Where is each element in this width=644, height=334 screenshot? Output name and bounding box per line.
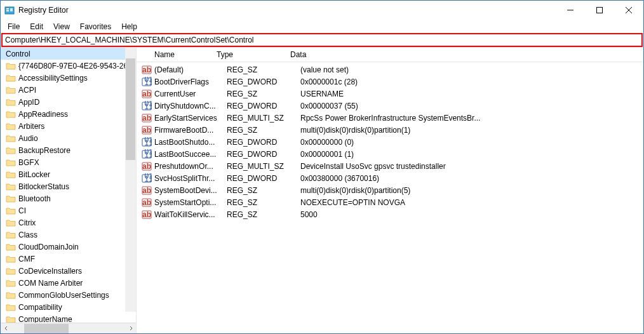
tree-item[interactable]: CI — [1, 204, 136, 217]
value-row[interactable]: CurrentUserREG_SZUSERNAME — [137, 88, 643, 100]
tree-item[interactable]: Bluetooth — [1, 192, 136, 204]
tree-item[interactable]: CloudDomainJoin — [1, 241, 136, 253]
value-data: multi(0)disk(0)rdisk(0)partition(5) — [297, 186, 643, 195]
folder-icon — [6, 170, 16, 179]
scrollbar-thumb[interactable] — [24, 324, 69, 333]
tree-item[interactable]: CommonGlobUserSettings — [1, 289, 136, 301]
tree-item[interactable]: BackupRestore — [1, 144, 136, 156]
registry-editor-window: Registry Editor File Edit View Favorites… — [0, 0, 644, 334]
tree-item[interactable]: {7746D80F-97E0-4E26-9543-26B41 — [1, 60, 136, 72]
menu-file[interactable]: File — [3, 21, 24, 32]
tree-label: Class — [18, 230, 37, 239]
tree-item[interactable]: Audio — [1, 132, 136, 144]
value-row[interactable]: SystemBootDevi...REG_SZmulti(0)disk(0)rd… — [137, 184, 643, 196]
value-type: REG_SZ — [223, 186, 297, 195]
folder-icon — [6, 243, 16, 251]
menu-edit[interactable]: Edit — [25, 21, 48, 32]
folder-icon — [6, 134, 16, 143]
tree-item[interactable]: AppID — [1, 96, 136, 108]
value-row[interactable]: WaitToKillServic...REG_SZ5000 — [137, 208, 643, 220]
address-bar[interactable]: Computer\HKEY_LOCAL_MACHINE\SYSTEM\Curre… — [1, 33, 643, 47]
tree-item[interactable]: BGFX — [1, 156, 136, 168]
folder-icon — [6, 291, 16, 300]
minimize-button[interactable] — [556, 1, 585, 20]
value-type: REG_DWORD — [223, 77, 297, 86]
tree-item[interactable]: BitLocker — [1, 168, 136, 180]
tree-item[interactable]: Arbiters — [1, 120, 136, 132]
string-value-icon — [142, 210, 152, 220]
menu-help[interactable]: Help — [117, 21, 142, 32]
value-row[interactable]: PreshutdownOr...REG_MULTI_SZDeviceInstal… — [137, 160, 643, 172]
tree-item[interactable]: AppReadiness — [1, 108, 136, 120]
value-row[interactable]: SystemStartOpti...REG_SZ NOEXECUTE=OPTIN… — [137, 196, 643, 208]
tree-item[interactable]: Citrix — [1, 217, 136, 229]
value-row[interactable]: DirtyShutdownC...REG_DWORD0x00000037 (55… — [137, 100, 643, 112]
scrollbar-thumb[interactable] — [126, 58, 135, 160]
value-type: REG_DWORD — [223, 150, 297, 159]
value-type: REG_SZ — [223, 210, 297, 219]
folder-icon — [6, 110, 16, 119]
value-name: PreshutdownOr... — [154, 162, 223, 171]
folder-icon — [6, 74, 16, 83]
value-data: 0x00000000 (0) — [297, 138, 643, 147]
value-row[interactable]: EarlyStartServicesREG_MULTI_SZRpcSs Powe… — [137, 112, 643, 124]
tree-label: ComputerName — [18, 315, 72, 323]
string-value-icon — [142, 197, 152, 208]
close-icon — [626, 7, 632, 13]
tree-label: Control — [6, 50, 30, 58]
tree-horizontal-scrollbar[interactable] — [1, 323, 136, 333]
value-data: 0x00000001 (1) — [297, 150, 643, 159]
value-row[interactable]: LastBootSuccee...REG_DWORD0x00000001 (1) — [137, 148, 643, 160]
value-data: 0x0000001c (28) — [297, 77, 643, 86]
minimize-icon — [567, 7, 574, 13]
value-row[interactable]: (Default)REG_SZ(value not set) — [137, 63, 643, 76]
value-type: REG_DWORD — [223, 138, 297, 147]
tree-label: CommonGlobUserSettings — [18, 291, 109, 300]
tree-item[interactable]: COM Name Arbiter — [1, 277, 136, 289]
tree-label: CI — [18, 206, 26, 215]
folder-icon — [6, 86, 16, 95]
value-row[interactable]: FirmwareBootD...REG_SZmulti(0)disk(0)rdi… — [137, 124, 643, 136]
value-row[interactable]: LastBootShutdo...REG_DWORD0x00000000 (0) — [137, 136, 643, 148]
value-name: (Default) — [154, 65, 223, 74]
folder-icon — [6, 98, 16, 107]
value-name: LastBootSuccee... — [154, 150, 223, 159]
string-value-icon — [142, 65, 152, 75]
scroll-right-icon[interactable] — [125, 323, 136, 334]
tree-item[interactable]: Compatibility — [1, 301, 136, 313]
tree-vertical-scrollbar[interactable] — [125, 48, 136, 312]
menu-view[interactable]: View — [49, 21, 74, 32]
menu-favorites[interactable]: Favorites — [76, 21, 116, 32]
tree-pane: Control {7746D80F-97E0-4E26-9543-26B41Ac… — [1, 48, 137, 333]
tree-item[interactable]: ComputerName — [1, 313, 136, 323]
folder-icon — [6, 158, 16, 167]
tree-item-selected[interactable]: Control — [1, 48, 136, 60]
tree-item[interactable]: CoDeviceInstallers — [1, 265, 136, 277]
column-header-type[interactable]: Type — [213, 50, 286, 59]
regedit-icon — [4, 5, 15, 15]
tree-item[interactable]: ACPI — [1, 84, 136, 96]
value-row[interactable]: SvcHostSplitThr...REG_DWORD0x00380000 (3… — [137, 172, 643, 184]
column-header-name[interactable]: Name — [137, 50, 213, 59]
value-type: REG_SZ — [223, 65, 297, 74]
value-name: BootDriverFlags — [154, 77, 223, 86]
folder-icon — [6, 218, 16, 227]
column-header-data[interactable]: Data — [286, 50, 643, 59]
value-type: REG_MULTI_SZ — [223, 114, 297, 123]
titlebar[interactable]: Registry Editor — [1, 1, 643, 20]
value-type: REG_SZ — [223, 198, 297, 207]
scroll-left-icon[interactable] — [1, 323, 11, 334]
string-value-icon — [142, 125, 152, 135]
tree-label: CMF — [18, 255, 35, 264]
value-data: 0x00000037 (55) — [297, 102, 643, 110]
close-button[interactable] — [614, 1, 643, 20]
tree-item[interactable]: AccessibilitySettings — [1, 72, 136, 84]
menubar: File Edit View Favorites Help — [1, 20, 643, 33]
maximize-button[interactable] — [585, 1, 614, 20]
string-value-icon — [142, 89, 152, 99]
tree-item[interactable]: Class — [1, 229, 136, 241]
value-row[interactable]: BootDriverFlagsREG_DWORD0x0000001c (28) — [137, 76, 643, 88]
tree-item[interactable]: BitlockerStatus — [1, 180, 136, 192]
tree-item[interactable]: CMF — [1, 253, 136, 265]
tree-label: ACPI — [18, 86, 36, 95]
